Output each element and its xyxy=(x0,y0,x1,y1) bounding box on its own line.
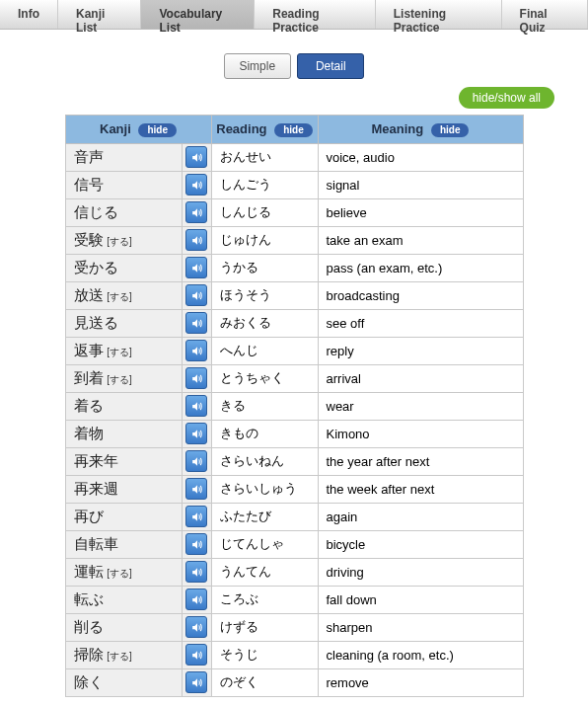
meaning-cell: remove xyxy=(318,668,523,696)
kanji-suffix: [する] xyxy=(105,568,132,579)
speaker-icon[interactable] xyxy=(185,229,207,251)
speaker-icon[interactable] xyxy=(185,257,207,278)
kanji-cell: 再来週 xyxy=(65,475,182,503)
speaker-icon[interactable] xyxy=(185,395,207,417)
table-row: 受かるうかるpass (an exam, etc.) xyxy=(65,254,523,281)
speaker-icon[interactable] xyxy=(185,367,207,389)
table-row: 返事 [する]へんじreply xyxy=(65,337,523,364)
meaning-cell: signal xyxy=(318,171,523,198)
speaker-icon[interactable] xyxy=(185,478,207,500)
hide-kanji-button[interactable]: hide xyxy=(138,123,177,137)
reading-cell: うかる xyxy=(211,254,318,281)
speaker-icon[interactable] xyxy=(185,284,207,306)
tab-info[interactable]: Info xyxy=(0,0,58,29)
speaker-icon[interactable] xyxy=(185,588,207,610)
meaning-cell: take an exam xyxy=(318,226,523,254)
kanji-text: 転ぶ xyxy=(74,590,104,607)
tab-vocabulary-list[interactable]: Vocabulary List xyxy=(141,0,255,29)
meaning-cell: believe xyxy=(318,198,523,226)
meaning-cell: bicycle xyxy=(318,530,523,558)
speaker-icon[interactable] xyxy=(185,533,207,555)
table-row: 信じるしんじるbelieve xyxy=(65,198,523,226)
hide-show-row: hide/show all xyxy=(0,87,588,115)
header-meaning-label: Meaning xyxy=(372,121,424,136)
hide-meaning-button[interactable]: hide xyxy=(431,123,470,137)
reading-cell: きもの xyxy=(211,420,318,447)
meaning-cell: the week after next xyxy=(318,475,523,503)
meaning-cell: arrival xyxy=(318,364,523,392)
table-row: 見送るみおくるsee off xyxy=(65,309,523,337)
table-row: 掃除 [する]そうじcleaning (a room, etc.) xyxy=(65,641,523,668)
table-row: 信号しんごうsignal xyxy=(65,171,523,198)
reading-cell: ほうそう xyxy=(211,281,318,309)
table-row: 到着 [する]とうちゃくarrival xyxy=(65,364,523,392)
hide-reading-button[interactable]: hide xyxy=(274,123,313,137)
speaker-icon[interactable] xyxy=(185,506,207,527)
kanji-cell: 着物 xyxy=(65,420,182,447)
speaker-icon[interactable] xyxy=(185,671,207,693)
kanji-text: 自転車 xyxy=(74,535,118,552)
meaning-cell: driving xyxy=(318,558,523,586)
speaker-icon[interactable] xyxy=(185,312,207,334)
kanji-cell: 自転車 xyxy=(65,530,182,558)
kanji-cell: 受験 [する] xyxy=(65,226,182,254)
kanji-text: 受験 xyxy=(74,231,104,248)
hide-show-all-button[interactable]: hide/show all xyxy=(459,87,554,109)
audio-cell xyxy=(182,392,211,420)
speaker-icon[interactable] xyxy=(185,201,207,223)
speaker-icon[interactable] xyxy=(185,450,207,472)
kanji-cell: 放送 [する] xyxy=(65,281,182,309)
speaker-icon[interactable] xyxy=(185,644,207,666)
meaning-cell: cleaning (a room, etc.) xyxy=(318,641,523,668)
reading-cell: そうじ xyxy=(211,641,318,668)
kanji-text: 放送 xyxy=(74,286,104,303)
speaker-icon[interactable] xyxy=(185,146,207,168)
table-row: 再来週さらいしゅうthe week after next xyxy=(65,475,523,503)
kanji-cell: 掃除 [する] xyxy=(65,641,182,668)
kanji-cell: 転ぶ xyxy=(65,586,182,613)
kanji-text: 返事 xyxy=(74,342,104,358)
mode-simple-button[interactable]: Simple xyxy=(224,53,291,79)
tab-listening-practice[interactable]: Listening Practice xyxy=(376,0,502,29)
speaker-icon[interactable] xyxy=(185,616,207,638)
table-row: 除くのぞくremove xyxy=(65,668,523,696)
reading-cell: おんせい xyxy=(211,143,318,171)
table-row: 再びふたたびagain xyxy=(65,503,523,530)
speaker-icon[interactable] xyxy=(185,423,207,444)
kanji-text: 掃除 xyxy=(74,646,104,663)
audio-cell xyxy=(182,530,211,558)
speaker-icon[interactable] xyxy=(185,561,207,583)
reading-cell: みおくる xyxy=(211,309,318,337)
tab-kanji-list[interactable]: Kanji List xyxy=(58,0,141,29)
kanji-text: 削る xyxy=(74,618,104,635)
audio-cell xyxy=(182,226,211,254)
reading-cell: さらいしゅう xyxy=(211,475,318,503)
audio-cell xyxy=(182,364,211,392)
view-mode-bar: Simple Detail xyxy=(0,53,588,79)
audio-cell xyxy=(182,668,211,696)
kanji-cell: 受かる xyxy=(65,254,182,281)
reading-cell: うんてん xyxy=(211,558,318,586)
mode-detail-button[interactable]: Detail xyxy=(297,53,364,79)
meaning-cell: fall down xyxy=(318,586,523,613)
meaning-cell: sharpen xyxy=(318,613,523,641)
tab-reading-practice[interactable]: Reading Practice xyxy=(255,0,376,29)
audio-cell xyxy=(182,475,211,503)
audio-cell xyxy=(182,447,211,475)
table-row: 削るけずるsharpen xyxy=(65,613,523,641)
tab-final-quiz[interactable]: Final Quiz xyxy=(502,0,588,29)
kanji-suffix: [する] xyxy=(105,651,132,662)
reading-cell: しんごう xyxy=(211,171,318,198)
reading-cell: さらいねん xyxy=(211,447,318,475)
kanji-cell: 除く xyxy=(65,668,182,696)
speaker-icon[interactable] xyxy=(185,174,207,196)
kanji-suffix: [する] xyxy=(105,374,132,385)
speaker-icon[interactable] xyxy=(185,340,207,361)
kanji-cell: 再び xyxy=(65,503,182,530)
table-row: 放送 [する]ほうそうbroadcasting xyxy=(65,281,523,309)
reading-cell: けずる xyxy=(211,613,318,641)
table-row: 着物きものKimono xyxy=(65,420,523,447)
kanji-cell: 見送る xyxy=(65,309,182,337)
meaning-cell: the year after next xyxy=(318,447,523,475)
audio-cell xyxy=(182,503,211,530)
